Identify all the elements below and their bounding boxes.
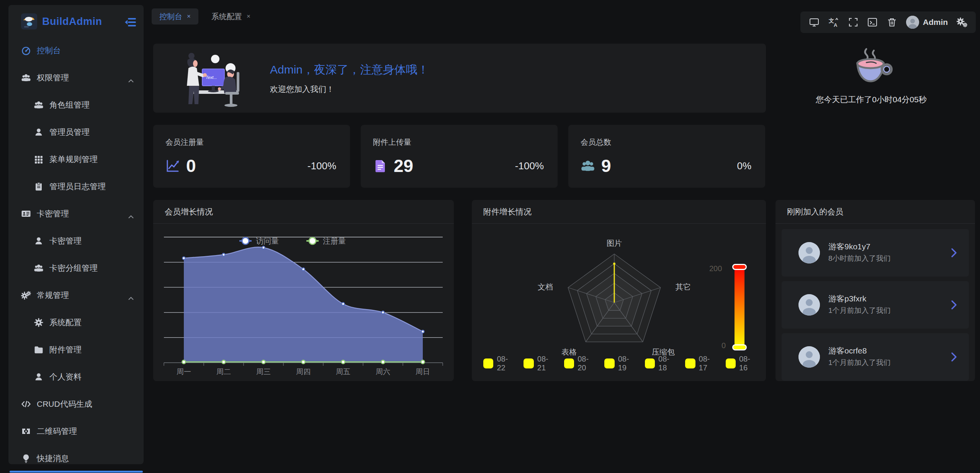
sidebar-item-label: 个人资料 (49, 372, 82, 382)
chart-line-icon (165, 159, 180, 173)
sidebar: BuildAdmin 控制台权限管理角色组管理管理员管理菜单规则管理管理员日志管… (8, 5, 144, 464)
sidebar-item-8[interactable]: 卡密分组管理 (8, 259, 144, 277)
legend-date-label: 08-17 (699, 355, 716, 372)
sidebar-item-5[interactable]: 管理员日志管理 (8, 177, 144, 196)
sidebar-item-9[interactable]: 常规管理 (8, 286, 144, 304)
sidebar-header: BuildAdmin (8, 5, 144, 38)
sidebar-item-7[interactable]: 卡密管理 (8, 232, 144, 250)
user-menu[interactable]: Admin (906, 16, 948, 29)
member-name: 游客ocrfe8 (828, 345, 867, 356)
member-row-2[interactable]: 游客ocrfe81个月前加入了我们 (782, 333, 969, 381)
users-icon (34, 100, 44, 110)
tab-close-icon[interactable]: × (187, 13, 191, 20)
member-growth-chart[interactable]: 周一周二周三周四周五周六周日访问量注册量 (153, 224, 454, 381)
attachment-growth-card: 附件增长情况 图片其它压缩包表格文档 200 0 08-2208-2108-20… (472, 200, 766, 381)
sidebar-item-label: 角色组管理 (49, 100, 90, 110)
bulb-icon (21, 453, 31, 463)
member-row-0[interactable]: 游客9ko1y78小时前加入了我们 (782, 229, 969, 277)
sidebar-item-15[interactable]: 快捷消息 (8, 449, 144, 464)
date-legend-item-2[interactable]: 08-20 (564, 355, 595, 372)
date-legend-item-1[interactable]: 08-21 (524, 355, 554, 372)
avatar (906, 16, 919, 29)
legend-date-label: 08-16 (739, 355, 756, 372)
sidebar-item-label: 系统配置 (49, 317, 82, 328)
member-name: 游客p3fxrk (828, 293, 866, 304)
date-legend-item-4[interactable]: 08-18 (645, 355, 676, 372)
date-legend-item-3[interactable]: 08-19 (604, 355, 635, 372)
date-legend-item-6[interactable]: 08-16 (726, 355, 756, 372)
stat-delta: -100% (308, 160, 336, 172)
sidebar-item-label: 权限管理 (37, 72, 69, 83)
stat-label: 会员注册量 (165, 137, 204, 147)
sidebar-item-label: 控制台 (37, 45, 61, 56)
date-legend-item-0[interactable]: 08-22 (483, 355, 514, 372)
sidebar-item-label: 卡密分组管理 (49, 263, 98, 273)
sidebar-item-14[interactable]: 二维码管理 (8, 422, 144, 440)
tab-0[interactable]: 控制台× (152, 8, 198, 25)
welcome-text: Admin，夜深了，注意身体哦！ 欢迎您加入我们！ (270, 62, 429, 95)
sidebar-item-0[interactable]: 控制台 (8, 41, 144, 60)
username-label: Admin (923, 18, 948, 27)
attachment-growth-title: 附件增长情况 (472, 200, 766, 224)
member-row-1[interactable]: 游客p3fxrk1个月前加入了我们 (782, 281, 969, 329)
sidebar-item-3[interactable]: 管理员管理 (8, 123, 144, 141)
member-growth-card: 会员增长情况 周一周二周三周四周五周六周日访问量注册量 (153, 200, 454, 381)
settings-gears-icon[interactable] (957, 17, 967, 28)
visualmap-gradient-bar[interactable]: 200 0 (735, 266, 744, 349)
sidebar-menu: 控制台权限管理角色组管理管理员管理菜单规则管理管理员日志管理卡密管理卡密管理卡密… (8, 41, 144, 464)
fullscreen-icon[interactable] (848, 17, 859, 28)
tab-1[interactable]: 系统配置× (204, 8, 258, 25)
svg-text:A: A (834, 22, 838, 28)
svg-text:文: 文 (828, 18, 834, 24)
menu-fold-icon[interactable] (124, 17, 136, 27)
tab-close-icon[interactable]: × (247, 13, 250, 20)
chevron-up-icon (128, 293, 134, 296)
display-icon[interactable] (809, 17, 820, 28)
users-icon (581, 159, 595, 173)
legend-swatch (726, 358, 736, 368)
translate-icon[interactable]: 文 A (828, 17, 839, 28)
sidebar-item-2[interactable]: 角色组管理 (8, 96, 144, 114)
visualmap-max-label: 200 (709, 264, 722, 273)
sidebar-scrollbar[interactable] (10, 471, 143, 473)
legend-register: 注册量 (306, 237, 346, 245)
member-avatar (798, 346, 820, 368)
visits-area (184, 247, 423, 363)
sidebar-item-6[interactable]: 卡密管理 (8, 205, 144, 223)
member-avatar (798, 242, 820, 264)
svg-text:周四: 周四 (296, 368, 311, 376)
legend-swatch (564, 358, 574, 368)
app-title: BuildAdmin (42, 16, 102, 28)
trash-icon[interactable] (887, 17, 897, 28)
stat-delta: 0% (737, 160, 751, 172)
date-legend-item-5[interactable]: 08-17 (685, 355, 716, 372)
terminal-icon[interactable] (867, 17, 878, 28)
visualmap-min-handle[interactable] (732, 344, 747, 350)
tab-label: 控制台 (159, 11, 182, 22)
new-members-title: 刚刚加入的会员 (775, 200, 975, 224)
sidebar-item-1[interactable]: 权限管理 (8, 69, 144, 87)
stat-card-1: 附件上传量29-100% (361, 125, 558, 188)
stat-label: 附件上传量 (373, 137, 411, 147)
stat-delta: -100% (515, 160, 544, 172)
sidebar-item-label: 菜单规则管理 (49, 154, 98, 165)
visualmap-min-label: 0 (722, 341, 726, 350)
users-icon (34, 263, 44, 273)
app-logo[interactable] (21, 13, 37, 29)
legend-swatch (524, 358, 533, 368)
sidebar-item-4[interactable]: 菜单规则管理 (8, 150, 144, 169)
svg-text:周五: 周五 (336, 368, 350, 376)
sidebar-item-11[interactable]: 附件管理 (8, 340, 144, 359)
visualmap-max-handle[interactable] (732, 264, 747, 270)
svg-text:周日: 周日 (416, 368, 430, 376)
sidebar-item-12[interactable]: 个人资料 (8, 368, 144, 386)
welcome-subtitle: 欢迎您加入我们！ (270, 84, 429, 95)
svg-text:周三: 周三 (256, 368, 271, 376)
sidebar-item-10[interactable]: 系统配置 (8, 313, 144, 332)
legend-date-label: 08-19 (618, 355, 635, 372)
svg-text:文档: 文档 (538, 283, 553, 291)
sidebar-item-13[interactable]: CRUD代码生成 (8, 395, 144, 413)
chevron-up-icon (128, 211, 134, 215)
member-join-time: 1个月前加入了我们 (828, 306, 891, 316)
sidebar-item-label: 二维码管理 (37, 426, 77, 437)
